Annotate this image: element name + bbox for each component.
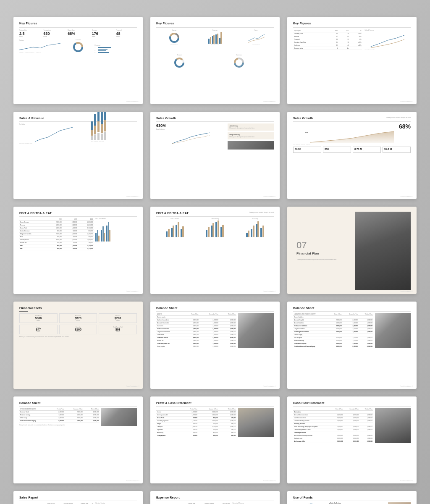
slide-salesrep-title: Sales Report xyxy=(19,496,137,499)
slide-kf3-title: Key Figures xyxy=(293,22,411,25)
ebit2-dc: Data Collection xyxy=(156,218,194,239)
ff-deposits: Deposits $165 million xyxy=(59,325,97,334)
slide-cfs-title: Cash Flow Statement xyxy=(293,402,411,404)
fp-number: 07 xyxy=(296,241,352,250)
fp-title: Financial Plan xyxy=(296,252,352,255)
slide-salesrep: Sales Report First of YearSecond of Year… xyxy=(13,491,143,504)
ebit1-chart: EBIT EBITDA EAT xyxy=(95,218,137,250)
fp-quote: "Please put most beautiful things in the… xyxy=(296,259,352,260)
bs3-image xyxy=(101,408,137,426)
bs1-table: ASSETSFirst of YearSecond of YearThird o… xyxy=(156,313,236,348)
ebit2-header: EBIT & EBITDA & EAT Please put most beau… xyxy=(156,212,274,216)
fp-text: 07 Financial Plan "Please put most beaut… xyxy=(293,212,355,290)
uof-items: ● Data Collection Please put a descripti… xyxy=(329,502,386,504)
slide-kf3: Key Figures Key Figures20202021% Operati… xyxy=(287,17,417,104)
slide-bs3: Balance Sheet STOCKHOLDER'S EQUITYFirst … xyxy=(13,396,143,484)
ebit2-charts: Data Collection xyxy=(156,218,274,239)
kf2-charts: Savings Cat1 Cat2 Cat3 Cat4 Revenue xyxy=(156,29,274,52)
uof-donut: 67% xyxy=(293,502,328,504)
kf2-savings: Savings Cat1 Cat2 Cat3 Cat4 xyxy=(156,29,192,52)
slide-bs2: Balance Sheet LIABILITIES AND OWNER'S EQ… xyxy=(287,302,417,389)
ebit2-dl: Data Learning xyxy=(196,218,233,239)
salesrep-chart: Running Totaling Cat1 Cat2 Cat3 xyxy=(95,502,137,504)
pls-table: First of YearSecond of YearThird of Year… xyxy=(156,408,236,437)
slide-kf2-subtitle xyxy=(156,26,274,28)
fp-content: 07 Financial Plan "Please put most beaut… xyxy=(293,212,411,290)
slide-ff: Financial Facts Total Assets $868 millio… xyxy=(13,302,143,389)
sg2-percent: 68% xyxy=(293,123,411,130)
kf1-charts: Savings Category 1 Category 2 Category 3… xyxy=(19,39,137,53)
slide-sr1: Sales & Revenue Net Sales 2019 2020 2021… xyxy=(13,112,143,199)
ff-revenue: Revenue $283 million xyxy=(99,313,137,323)
kf1-metric-1: Transactions 630 million xyxy=(44,29,65,37)
slide-exprep: Expense Report First of YearSecond of Ye… xyxy=(150,491,280,504)
kf3-chart: Sales & Turnover Cat1 Cat2 Cat3 Cat4 xyxy=(364,29,411,50)
cfs-table: First of YearSecond of YearThird of Year… xyxy=(293,408,373,443)
slide-fp: 07 Financial Plan "Please put most beaut… xyxy=(287,207,417,294)
exprep-chart: Operating Efficiency xyxy=(232,502,274,504)
pls-content: First of YearSecond of YearThird of Year… xyxy=(156,408,274,437)
slide-sg1: Sales Growth 630M Data Collection Advert… xyxy=(150,112,280,199)
slide-uof-title: Use of Funds xyxy=(293,496,411,499)
ff-netincome: Netincome $573 million xyxy=(59,313,97,323)
bs2-content: LIABILITIES AND OWNER'S EQUITYFirst of Y… xyxy=(293,313,411,348)
stat-2: 8.73 M Revenue Per Client xyxy=(353,147,381,153)
sr1-content: Net Sales 2019 2020 2021 2022 2023 xyxy=(19,123,137,144)
kf2-turnover: Turnover xyxy=(156,54,202,68)
sg2-stats: 360K New Orders This Year 25K New Client… xyxy=(293,147,411,153)
stat-0: 360K New Orders This Year xyxy=(293,147,321,153)
slide-sr1-title: Sales & Revenue xyxy=(19,117,137,120)
slide-sg1-title: Sales Growth xyxy=(156,117,274,120)
sr1-chart: Net Sales 2019 2020 2021 2022 2023 xyxy=(19,123,88,144)
kf1-metric-4: Personnel 48 million xyxy=(116,29,137,37)
slide-pls: Profit & Loss Statement First of YearSec… xyxy=(150,396,280,484)
kf2-bottom: Turnover Expenses xyxy=(156,54,274,68)
uof-item-0: ● Data Collection Please put a descripti… xyxy=(329,502,386,504)
slide-bs1: Balance Sheet ASSETSFirst of YearSecond … xyxy=(150,302,280,389)
salesrep-table: First of YearSecond of YearThird of Year… xyxy=(19,502,94,504)
kf1-savings-chart: Savings Category 1 Category 2 Category 3… xyxy=(19,39,62,53)
ebit1-table: 202020212022 Gross Revenue2,000,0002,350… xyxy=(19,218,94,250)
pls-image xyxy=(238,408,274,437)
kf2-sales: Sales Cat1 Cat2 Cat3 Cat4 xyxy=(238,29,274,52)
bs3-content: STOCKHOLDER'S EQUITYFirst of YearSecond … xyxy=(19,408,137,426)
ebit2-dx4: DX4 Rating xyxy=(236,218,274,239)
slide-bs3-title: Balance Sheet xyxy=(19,402,137,404)
slide-kf2-title: Key Figures xyxy=(156,22,274,25)
uof-image xyxy=(388,502,411,504)
slide-kf3-subtitle xyxy=(293,26,411,28)
kf2-expenses: Expenses xyxy=(204,54,274,68)
exprep-table: First of YearSecond of YearThird of Year… xyxy=(156,502,231,504)
kf1-metric-3: Revenue 176 million xyxy=(92,29,113,37)
ff-desc: Please put a description of your content… xyxy=(19,336,137,338)
kf3-content: Key Figures20202021% Operating Profit283… xyxy=(293,29,411,50)
ff-loans: Loans $47 million xyxy=(19,325,58,334)
slide-pls-title: Profit & Loss Statement xyxy=(156,402,274,404)
bs2-image xyxy=(375,313,411,348)
cfs-content: First of YearSecond of YearThird of Year… xyxy=(293,408,411,443)
sg1-left: 630M Data Collection xyxy=(156,123,225,150)
slide-ebit2: EBIT & EBITDA & EAT Please put most beau… xyxy=(150,207,280,294)
slide-kf1-title: Key Figures xyxy=(19,22,137,25)
slide-ff-title: Financial Facts xyxy=(19,307,137,310)
stat-3: $1.3 M Budget xyxy=(383,147,411,153)
sr1-bars: 2019 2020 2021 2022 2023 xyxy=(91,123,137,144)
fp-image xyxy=(355,212,411,290)
slide-sg2-title: Sales Growth xyxy=(293,117,313,120)
salesrep-content: First of YearSecond of YearThird of Year… xyxy=(19,502,137,504)
slide-exprep-title: Expense Report xyxy=(156,496,274,499)
cfs-image xyxy=(375,408,411,443)
slide-ebit1-title: EBIT & EBITDA & EAT xyxy=(19,212,137,215)
slide-sg2: Sales Growth Please put most beautiful t… xyxy=(287,112,417,199)
kf1-metric-0: Total portfolio 2.5 billion xyxy=(19,29,40,37)
slide-uof: Use of Funds 67% ● Data Collection Pleas… xyxy=(287,491,417,504)
slide-bs2-title: Balance Sheet xyxy=(293,307,411,310)
exprep-content: First of YearSecond of YearThird of Year… xyxy=(156,502,274,504)
bs2-table: LIABILITIES AND OWNER'S EQUITYFirst of Y… xyxy=(293,313,373,348)
slide-bs1-title: Balance Sheet xyxy=(156,307,274,310)
slide-kf2: Key Figures Savings Cat1 Cat2 Cat3 Cat4 … xyxy=(150,17,280,104)
kf2-revenue: Revenue xyxy=(194,29,236,52)
kf1-donut-chart: Turnover xyxy=(64,39,92,53)
kf1-metric-2: Market Share 68% xyxy=(68,29,89,37)
bs1-image xyxy=(238,313,274,348)
